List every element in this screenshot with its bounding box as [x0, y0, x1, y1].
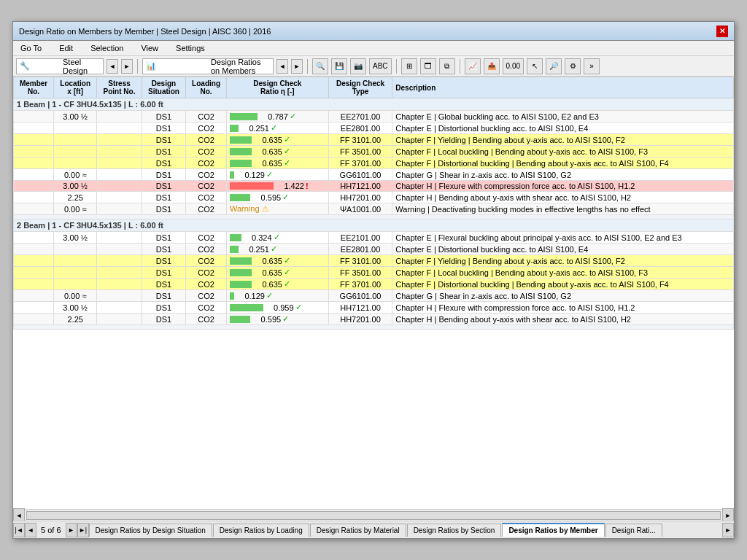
tab-prev-btn[interactable]: ◄ — [25, 523, 36, 537]
grid-btn[interactable]: ⊞ — [401, 58, 417, 74]
ratio-value: 0.324 — [243, 233, 272, 242]
filter-btn[interactable]: ⚙ — [565, 58, 581, 74]
stress-point-cell — [97, 181, 142, 192]
location-cell — [54, 158, 97, 169]
design-ratios-prev-btn[interactable]: ◄ — [276, 59, 288, 74]
location-cell: 0.00 ≈ — [54, 290, 97, 302]
design-situation-cell: DS1 — [142, 169, 185, 181]
member-no-cell — [14, 244, 54, 255]
cursor-btn[interactable]: ↖ — [527, 58, 543, 74]
member-no-cell — [14, 169, 54, 181]
export-btn[interactable]: 📤 — [484, 58, 500, 74]
check-type-cell: FF 3701.00 — [328, 158, 392, 169]
window-btn[interactable]: 🗖 — [420, 58, 436, 74]
location-cell — [54, 267, 97, 279]
ratio-bar — [230, 194, 250, 201]
ratio-cell: 0.129 ✓ — [226, 169, 328, 181]
check-type-cell: FF 3101.00 — [328, 255, 392, 267]
loading-cell: CO2 — [186, 181, 227, 192]
toolbar-prev-btn[interactable]: ◄ — [107, 59, 118, 74]
member-no-cell — [14, 203, 54, 215]
description-cell: Chapter F | Yielding | Bending about y-a… — [392, 255, 734, 267]
design-situation-cell: DS1 — [142, 290, 185, 302]
location-cell: 3.00 ½ — [54, 232, 97, 244]
num-btn[interactable]: 0.00 — [503, 58, 524, 74]
col-stress-point: StressPoint No. — [97, 77, 142, 98]
ratio-check: ✓ — [271, 123, 277, 133]
tab-bar: |◄ ◄ 5 of 6 ► ►| Design Ratios by Design… — [13, 521, 734, 538]
ratio-bar — [230, 257, 252, 265]
tab-next-btn[interactable]: ► — [66, 523, 77, 537]
ratio-value: 0.635 — [253, 280, 282, 289]
tile-btn[interactable]: ⧉ — [439, 58, 455, 74]
stress-point-cell — [97, 232, 142, 244]
location-cell — [54, 279, 97, 290]
loading-cell: CO2 — [186, 314, 227, 325]
location-cell: 3.00 ½ — [54, 181, 97, 192]
tab-first-btn[interactable]: |◄ — [13, 523, 25, 537]
location-cell — [54, 134, 97, 146]
ratio-check: ✓ — [266, 170, 273, 179]
design-ratios-next-btn[interactable]: ► — [291, 59, 303, 74]
stress-point-cell — [97, 244, 142, 255]
tab-last-btn[interactable]: ►| — [77, 523, 89, 537]
check-type-cell: HH7201.00 — [328, 192, 392, 203]
loading-cell: CO2 — [186, 158, 227, 169]
check-type-cell: HH7121.00 — [328, 181, 392, 192]
ratio-cell: 0.635 ✓ — [226, 255, 328, 267]
member-no-cell — [14, 279, 54, 290]
find-btn[interactable]: 🔎 — [546, 58, 562, 74]
design-ratios-dropdown[interactable]: 📊 Design Ratios on Members — [142, 58, 274, 74]
ratio-bar — [230, 160, 252, 167]
loading-cell: CO2 — [186, 146, 227, 158]
separator3 — [396, 59, 397, 74]
stress-point-cell — [97, 290, 142, 302]
check-type-cell: ΨA1001.00 — [328, 203, 392, 215]
chart-btn[interactable]: 📈 — [465, 58, 481, 74]
check-type-cell: GG6101.00 — [328, 290, 392, 302]
loading-cell: CO2 — [186, 232, 227, 244]
group-header-row: 1 Beam | 1 - CF 3HU4.5x135 | L : 6.00 ft — [14, 98, 734, 111]
tab-overflow[interactable]: Design Rati... — [605, 524, 662, 537]
tab-loading[interactable]: Design Ratios by Loading — [213, 524, 309, 537]
ratio-value: 0.635 — [253, 257, 282, 265]
tab-section[interactable]: Design Ratios by Section — [407, 524, 502, 537]
ratio-check: ! — [306, 182, 309, 190]
save-btn[interactable]: 💾 — [331, 58, 347, 74]
toolbar-next-btn[interactable]: ► — [121, 59, 133, 74]
table-row: 0.00 ≈DS1CO2Warning ⚠ΨA1001.00Warning | … — [14, 203, 734, 215]
stress-point-cell — [97, 255, 142, 267]
close-button[interactable]: ✕ — [716, 26, 728, 37]
menu-view[interactable]: View — [136, 42, 163, 54]
table-row: 0.00 ≈DS1CO2 0.129 ✓ GG6101.00Chapter G … — [14, 290, 734, 302]
loading-cell: CO2 — [186, 255, 227, 267]
horizontal-scrollbar[interactable] — [26, 511, 721, 520]
description-cell: Chapter F | Yielding | Bending about y-a… — [392, 134, 734, 146]
ratio-bar — [230, 269, 252, 276]
table-row: DS1CO2 0.635 ✓ FF 3501.00Chapter F | Loc… — [14, 267, 734, 279]
ratio-value: 0.787 — [259, 112, 288, 121]
menu-edit[interactable]: Edit — [55, 42, 77, 54]
ratio-value: 0.129 — [236, 171, 265, 179]
tab-member[interactable]: Design Ratios by Member — [502, 523, 604, 537]
more-btn[interactable]: » — [584, 58, 600, 74]
ratio-check: ✓ — [290, 112, 296, 121]
location-cell — [54, 255, 97, 267]
data-table: MemberNo. Locationx [ft] StressPoint No.… — [13, 77, 734, 330]
tab-design-situation[interactable]: Design Ratios by Design Situation — [89, 524, 212, 537]
steel-design-dropdown[interactable]: 🔧 Steel Design — [16, 58, 104, 74]
location-cell: 3.00 ½ — [54, 302, 97, 314]
menu-goto[interactable]: Go To — [16, 42, 46, 54]
ratio-bar — [230, 113, 258, 120]
table-container[interactable]: MemberNo. Locationx [ft] StressPoint No.… — [13, 77, 734, 509]
menu-settings[interactable]: Settings — [171, 42, 209, 54]
photo-btn[interactable]: 📷 — [350, 58, 366, 74]
description-cell: Chapter F | Local buckling | Bending abo… — [392, 267, 734, 279]
ratio-cell: 0.324 ✓ — [226, 232, 328, 244]
abc-btn[interactable]: ABC — [369, 58, 392, 74]
search-btn[interactable]: 🔍 — [312, 58, 328, 74]
description-cell: Chapter H | Flexure with compression for… — [392, 181, 734, 192]
tab-overflow-btn[interactable]: ► — [722, 523, 734, 537]
tab-material[interactable]: Design Ratios by Material — [310, 524, 406, 537]
menu-selection[interactable]: Selection — [86, 42, 128, 54]
